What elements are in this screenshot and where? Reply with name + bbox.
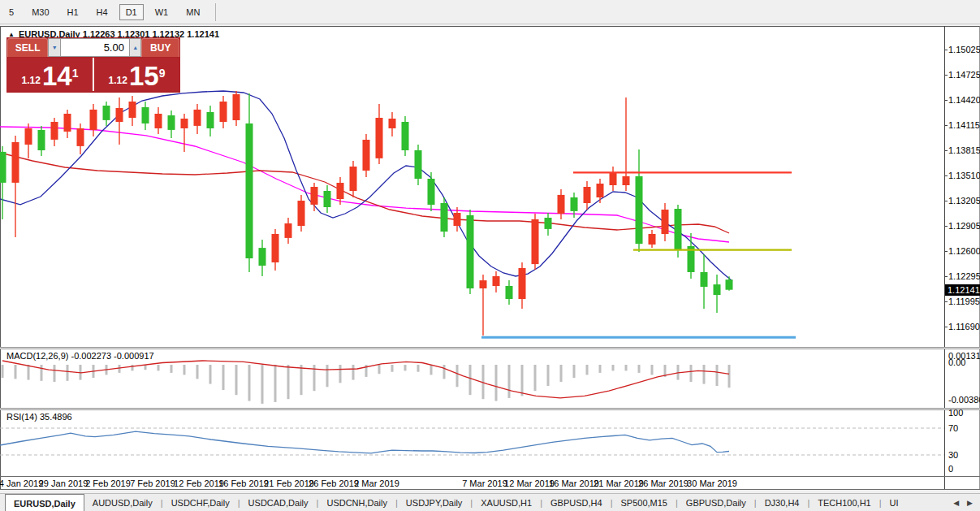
macd-histogram-bar bbox=[28, 365, 30, 380]
timeframe-button-d1[interactable]: D1 bbox=[119, 4, 144, 20]
macd-histogram-bar bbox=[67, 365, 69, 381]
candle-body bbox=[12, 142, 19, 183]
chart-tab-dj30-h4[interactable]: DJ30,H4 bbox=[757, 494, 808, 511]
panel-divider-macd[interactable] bbox=[0, 347, 980, 349]
price-axis-tickmark bbox=[944, 301, 948, 302]
candle-body bbox=[662, 210, 669, 234]
timeframe-button-5[interactable]: 5 bbox=[2, 4, 20, 20]
macd-histogram-bar bbox=[547, 365, 550, 386]
chart-tab-xauusd-h1[interactable]: XAUUSD,H1 bbox=[473, 494, 540, 511]
current-price-tag: 1.12141 bbox=[945, 284, 980, 296]
date-axis-label: 2 Mar 2019 bbox=[340, 479, 413, 488]
toolbar-separator bbox=[215, 3, 216, 21]
macd-label: MACD(12,26,9) -0.002273 -0.000917 bbox=[6, 351, 154, 361]
candle-body bbox=[233, 94, 240, 120]
candle-body bbox=[714, 284, 721, 295]
macd-histogram-bar bbox=[209, 365, 212, 384]
candle-body bbox=[77, 128, 84, 146]
candle-body bbox=[272, 234, 279, 262]
timeframe-bar: 5M30H1H4D1W1MN bbox=[0, 4, 209, 20]
macd-histogram-bar bbox=[417, 365, 420, 372]
macd-histogram-bar bbox=[391, 365, 394, 372]
panel-divider-rsi[interactable] bbox=[0, 408, 980, 410]
chart-tabs-bar: EURUSD,DailyAUDUSD,Daily|USDCHF,Daily|US… bbox=[0, 493, 980, 511]
macd-histogram-bar bbox=[54, 365, 56, 382]
macd-histogram-bar bbox=[326, 365, 329, 387]
candle-body bbox=[675, 209, 682, 249]
candle-body bbox=[519, 268, 526, 299]
macd-histogram-bar bbox=[15, 365, 17, 379]
candle-body bbox=[220, 102, 227, 122]
chart-tab-usdjpy-daily[interactable]: USDJPY,Daily bbox=[398, 494, 471, 511]
macd-histogram-bar bbox=[222, 365, 225, 390]
macd-histogram-bar bbox=[456, 365, 459, 387]
chart-tab-gbpusd-h4[interactable]: GBPUSD,H4 bbox=[542, 494, 611, 511]
macd-histogram-bar bbox=[404, 365, 407, 370]
candle-body bbox=[428, 179, 435, 205]
candle-body bbox=[38, 130, 45, 150]
indicator-axis-tick: -0.003862 bbox=[948, 395, 980, 405]
macd-histogram-bar bbox=[119, 365, 121, 373]
price-axis-tick: 1.14420 bbox=[948, 95, 980, 105]
timeframe-button-h1[interactable]: H1 bbox=[61, 4, 85, 20]
chart-tab-ui[interactable]: UI bbox=[882, 494, 907, 511]
macd-histogram-bar bbox=[651, 365, 654, 375]
tabs-scroll-right-icon[interactable]: ▶ bbox=[963, 499, 977, 507]
price-axis-tick: 1.11690 bbox=[948, 322, 980, 331]
chart-tab-usdcnh-daily[interactable]: USDCNH,Daily bbox=[318, 494, 395, 511]
macd-histogram-bar bbox=[560, 365, 563, 382]
mt4-window: 5M30H1H4D1W1MN ▲EURUSD,Daily 1.12263 1.1… bbox=[0, 0, 980, 511]
chevron-down-icon: ▼ bbox=[52, 45, 58, 50]
volume-input[interactable] bbox=[61, 38, 129, 57]
macd-histogram-bar bbox=[352, 365, 355, 380]
chart-tab-tech100-h1[interactable]: TECH100,H1 bbox=[809, 494, 879, 511]
buy-price-big: 15 bbox=[129, 63, 159, 89]
price-axis-tick: 1.14115 bbox=[948, 120, 980, 130]
macd-histogram-bar bbox=[41, 365, 43, 381]
buy-price-sup: 9 bbox=[159, 67, 166, 80]
sell-button[interactable]: SELL bbox=[7, 38, 48, 57]
one-click-trade-panel: SELL ▼ ▲ BUY 1.12 14 1 1.12 15 9 bbox=[6, 37, 180, 93]
timeframe-button-mn[interactable]: MN bbox=[179, 4, 206, 20]
candle-body bbox=[285, 223, 292, 238]
timeframe-button-h4[interactable]: H4 bbox=[90, 4, 114, 20]
macd-histogram-bar bbox=[300, 365, 303, 395]
sell-price-box[interactable]: 1.12 14 1 bbox=[7, 58, 94, 91]
chart-tab-sp500-m15[interactable]: SP500,M15 bbox=[612, 494, 675, 511]
chart-tab-audusd-daily[interactable]: AUDUSD,Daily bbox=[84, 494, 161, 511]
rsi-label: RSI(14) 35.4896 bbox=[6, 412, 72, 422]
chart-tab-usdcad-daily[interactable]: USDCAD,Daily bbox=[240, 494, 317, 511]
volume-down-button[interactable]: ▼ bbox=[48, 38, 61, 57]
macd-histogram-bar bbox=[508, 365, 511, 398]
chart-tab-gbpusd-daily[interactable]: GBPUSD,Daily bbox=[678, 494, 754, 511]
macd-histogram-bar bbox=[495, 365, 498, 401]
tabs-scroll-left-icon[interactable]: ◀ bbox=[949, 499, 963, 507]
candle-body bbox=[129, 102, 136, 118]
chart-tab-usdchf-daily[interactable]: USDCHF,Daily bbox=[163, 494, 238, 511]
candle-body bbox=[376, 118, 383, 158]
buy-price-prefix: 1.12 bbox=[109, 75, 127, 86]
buy-price-box[interactable]: 1.12 15 9 bbox=[94, 58, 179, 91]
volume-up-button[interactable]: ▲ bbox=[129, 38, 142, 57]
candle-body bbox=[584, 187, 591, 203]
chart-tab-eurusd-daily[interactable]: EURUSD,Daily bbox=[5, 494, 84, 511]
candle-body bbox=[610, 172, 617, 185]
candle-body bbox=[155, 114, 162, 128]
candle-body bbox=[454, 213, 461, 226]
candle-body bbox=[571, 197, 578, 211]
price-axis-tickmark bbox=[944, 75, 948, 76]
indicator-axis-tick: 70 bbox=[948, 423, 958, 433]
price-axis-tick: 1.12905 bbox=[948, 221, 980, 231]
candle-body bbox=[480, 280, 487, 288]
price-axis-tickmark bbox=[944, 226, 948, 227]
timeframe-button-m30[interactable]: M30 bbox=[25, 4, 55, 20]
macd-histogram-bar bbox=[703, 365, 706, 384]
rsi-canvas[interactable] bbox=[0, 410, 944, 476]
candle-body bbox=[363, 140, 370, 171]
timeframe-button-w1[interactable]: W1 bbox=[149, 4, 175, 20]
rsi-bottom-frame bbox=[0, 476, 980, 477]
candle-body bbox=[311, 187, 318, 205]
candle-body bbox=[168, 115, 175, 130]
buy-button[interactable]: BUY bbox=[141, 38, 179, 57]
candle-body bbox=[194, 110, 201, 126]
